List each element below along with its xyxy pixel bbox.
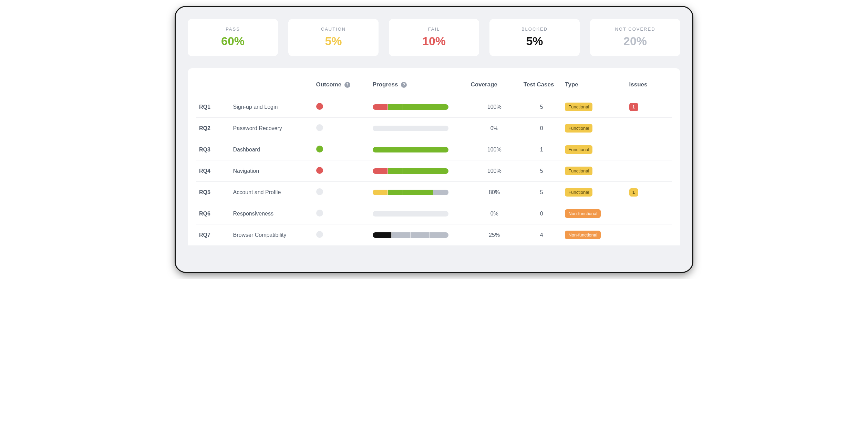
progress-segment [388,168,403,174]
progress-cell [370,139,468,160]
type-tag[interactable]: Functional [565,188,592,197]
progress-segment [403,168,418,174]
summary-card: NOT COVERED20% [590,19,680,56]
type-tag[interactable]: Non-functional [565,209,601,218]
progress-cell [370,160,468,182]
help-icon[interactable]: ? [344,82,350,88]
issues-cell [627,160,672,182]
outcome-cell [313,203,370,224]
type-tag[interactable]: Functional [565,124,592,133]
outcome-dot-icon [316,124,323,131]
progress-segment [433,104,448,110]
progress-bar [373,104,448,110]
progress-segment [418,168,433,174]
summary-value: 5% [292,34,375,48]
progress-segment [403,190,418,195]
table-row[interactable]: RQ7Browser Compatibility25%4Non-function… [196,224,672,246]
type-tag[interactable]: Non-functional [565,231,601,239]
issues-cell [627,139,672,160]
testcases-value: 5 [521,96,562,118]
type-cell: Functional [562,118,626,139]
requirement-name: Navigation [230,160,313,182]
requirement-name: Sign-up and Login [230,96,313,118]
progress-segment [373,211,448,217]
progress-segment [373,104,388,110]
summary-card: CAUTION5% [288,19,379,56]
progress-cell [370,118,468,139]
coverage-value: 0% [468,118,521,139]
type-tag[interactable]: Functional [565,103,592,111]
requirement-id: RQ6 [196,203,230,224]
progress-bar [373,168,448,174]
progress-bar [373,126,448,131]
table-row[interactable]: RQ6Responsiveness0%0Non-functional [196,203,672,224]
testcases-value: 5 [521,160,562,182]
outcome-dot-icon [316,231,323,238]
column-header-outcome: Outcome ? [313,75,370,96]
column-header-progress: Progress ? [370,75,468,96]
requirement-name: Password Recovery [230,118,313,139]
progress-segment [373,232,392,238]
type-tag[interactable]: Functional [565,167,592,175]
table-row[interactable]: RQ3Dashboard100%1Functional [196,139,672,160]
coverage-value: 100% [468,139,521,160]
issues-cell [627,118,672,139]
issue-badge[interactable]: 1 [629,103,638,111]
type-cell: Non-functional [562,224,626,246]
progress-segment [388,190,403,195]
help-icon[interactable]: ? [401,82,407,88]
table-row[interactable]: RQ1Sign-up and Login100%5Functional1 [196,96,672,118]
outcome-dot-icon [316,210,323,217]
requirement-id: RQ2 [196,118,230,139]
progress-segment [433,168,448,174]
progress-bar [373,190,448,195]
issues-cell [627,224,672,246]
progress-bar [373,211,448,217]
requirements-panel: Outcome ? Progress ? Coverage Test Cases [188,68,680,245]
outcome-cell [313,160,370,182]
table-row[interactable]: RQ4Navigation100%5Functional [196,160,672,182]
summary-label: PASS [191,27,275,32]
outcome-dot-icon [316,167,323,174]
progress-cell [370,182,468,203]
column-label: Test Cases [524,81,554,88]
summary-value: 10% [392,34,476,48]
summary-label: CAUTION [292,27,375,32]
progress-segment [433,190,448,195]
progress-segment [430,232,448,238]
outcome-cell [313,139,370,160]
summary-label: BLOCKED [493,27,576,32]
coverage-value: 100% [468,96,521,118]
progress-segment [418,104,433,110]
summary-cards-row: PASS60%CAUTION5%FAIL10%BLOCKED5%NOT COVE… [188,19,680,56]
testcases-value: 0 [521,203,562,224]
table-row[interactable]: RQ2Password Recovery0%0Functional [196,118,672,139]
requirement-id: RQ5 [196,182,230,203]
type-cell: Functional [562,96,626,118]
progress-segment [373,168,388,174]
progress-cell [370,224,468,246]
issue-badge[interactable]: 1 [629,188,638,197]
summary-card: PASS60% [188,19,278,56]
coverage-value: 0% [468,203,521,224]
testcases-value: 4 [521,224,562,246]
type-cell: Functional [562,182,626,203]
issues-cell: 1 [627,96,672,118]
column-header-type: Type [562,75,626,96]
outcome-dot-icon [316,146,323,152]
column-label: Issues [629,81,648,88]
outcome-cell [313,224,370,246]
requirement-id: RQ3 [196,139,230,160]
column-label: Outcome [316,81,342,88]
type-tag[interactable]: Functional [565,145,592,154]
progress-bar [373,232,448,238]
column-header-coverage: Coverage [468,75,521,96]
progress-segment [392,232,411,238]
requirement-name: Account and Profile [230,182,313,203]
issues-cell [627,203,672,224]
outcome-cell [313,182,370,203]
table-row[interactable]: RQ5Account and Profile80%5Functional1 [196,182,672,203]
requirements-table: Outcome ? Progress ? Coverage Test Cases [196,75,672,245]
summary-card: FAIL10% [389,19,479,56]
type-cell: Non-functional [562,203,626,224]
